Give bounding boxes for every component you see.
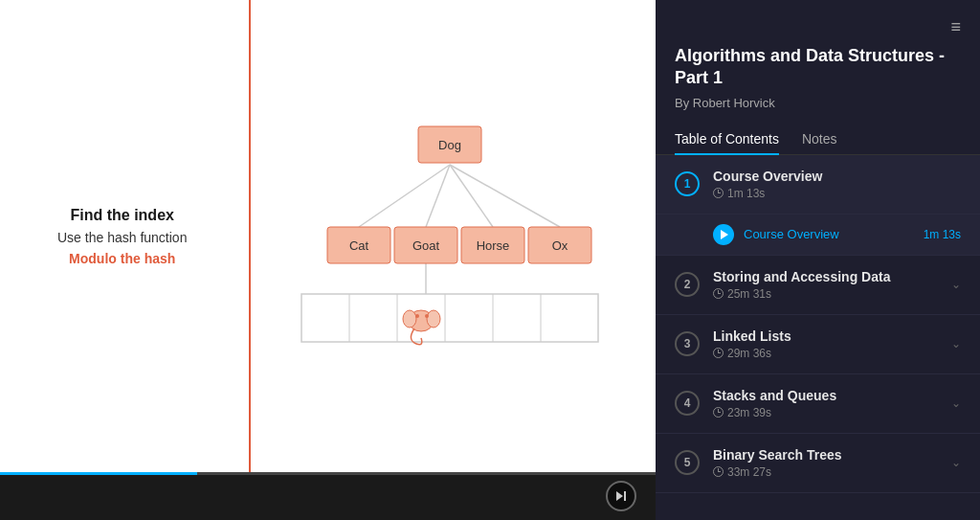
svg-text:Ox: Ox <box>552 238 568 253</box>
section-duration-5: 33m 27s <box>713 465 938 479</box>
slide-content: Find the index Use the hash function Mod… <box>0 0 656 472</box>
svg-point-24 <box>415 314 419 318</box>
clock-icon-4 <box>713 407 724 418</box>
clock-icon-2 <box>713 288 724 299</box>
slide-text-modulo: Modulo the hash <box>57 251 187 266</box>
course-title: Algorithms and Data Structures - Part 1 <box>675 45 961 90</box>
section-item-2[interactable]: 2 Storing and Accessing Data 25m 31s ⌄ <box>656 256 980 315</box>
section-info-5: Binary Search Trees 33m 27s <box>713 447 938 479</box>
section-info-2: Storing and Accessing Data 25m 31s <box>713 269 938 301</box>
tabs-bar: Table of Contents Notes <box>656 124 980 155</box>
section-number-4: 4 <box>675 391 700 416</box>
slide-text-use-hash: Use the hash function <box>57 230 187 245</box>
svg-text:Dog: Dog <box>438 138 461 152</box>
progress-bar-fill <box>0 472 197 475</box>
section-number-1: 1 <box>675 171 700 196</box>
svg-line-3 <box>450 165 560 227</box>
sub-item-course-overview[interactable]: Course Overview 1m 13s <box>656 215 980 256</box>
video-panel: Find the index Use the hash function Mod… <box>0 0 656 520</box>
section-item-4[interactable]: 4 Stacks and Queues 23m 39s ⌄ <box>656 374 980 434</box>
svg-text:Goat: Goat <box>412 238 440 253</box>
section-title-2: Storing and Accessing Data <box>713 269 938 284</box>
menu-icon-row: ≡ <box>675 17 961 37</box>
menu-icon[interactable]: ≡ <box>950 17 961 37</box>
divider-line <box>249 0 251 472</box>
section-title-3: Linked Lists <box>713 328 938 344</box>
clock-icon-3 <box>713 348 724 358</box>
section-duration-1: 1m 13s <box>713 187 961 200</box>
svg-text:Horse: Horse <box>477 238 510 253</box>
content-list: 1 Course Overview 1m 13s Course Overview… <box>656 155 980 520</box>
section-title-1: Course Overview <box>713 169 961 184</box>
chevron-icon-2: ⌄ <box>951 278 961 291</box>
slide-area: Find the index Use the hash function Mod… <box>0 0 656 472</box>
tab-table-of-contents[interactable]: Table of Contents <box>675 124 779 154</box>
svg-point-25 <box>425 314 429 318</box>
course-author: By Robert Horvick <box>675 96 961 110</box>
slide-text-left: Find the index Use the hash function Mod… <box>57 207 187 266</box>
sub-item-duration: 1m 13s <box>924 228 961 241</box>
tab-notes[interactable]: Notes <box>802 124 837 154</box>
play-triangle-icon <box>721 230 728 239</box>
play-circle-icon <box>713 224 734 245</box>
svg-point-23 <box>427 310 440 328</box>
section-duration-2: 25m 31s <box>713 287 938 301</box>
skip-forward-button[interactable] <box>606 481 636 511</box>
section-info-4: Stacks and Queues 23m 39s <box>713 388 938 419</box>
slide-text-find-index: Find the index <box>57 207 187 224</box>
section-number-5: 5 <box>675 450 700 475</box>
section-duration-4: 23m 39s <box>713 406 938 419</box>
section-info-3: Linked Lists 29m 36s <box>713 328 938 360</box>
video-controls <box>0 472 656 520</box>
svg-point-22 <box>403 310 416 328</box>
section-title-4: Stacks and Queues <box>713 388 938 403</box>
svg-marker-26 <box>616 491 623 501</box>
svg-text:Cat: Cat <box>349 238 369 253</box>
svg-line-1 <box>426 165 450 227</box>
section-item-1[interactable]: 1 Course Overview 1m 13s <box>656 155 980 215</box>
svg-rect-15 <box>301 294 598 342</box>
svg-line-0 <box>359 165 450 227</box>
section-info-1: Course Overview 1m 13s <box>713 169 961 200</box>
section-title-5: Binary Search Trees <box>713 447 938 463</box>
sub-item-title: Course Overview <box>744 227 914 241</box>
tree-diagram: Dog Cat Goat Horse Ox <box>273 102 627 371</box>
svg-line-2 <box>450 165 493 227</box>
clock-icon-1 <box>713 188 724 198</box>
right-header: ≡ Algorithms and Data Structures - Part … <box>656 0 980 124</box>
section-number-3: 3 <box>675 331 700 356</box>
section-item-3[interactable]: 3 Linked Lists 29m 36s ⌄ <box>656 315 980 374</box>
section-number-2: 2 <box>675 272 700 297</box>
progress-bar-container[interactable] <box>0 472 656 475</box>
chevron-icon-4: ⌄ <box>951 396 961 410</box>
chevron-icon-5: ⌄ <box>951 456 961 469</box>
svg-rect-27 <box>624 491 626 501</box>
right-panel: ≡ Algorithms and Data Structures - Part … <box>656 0 980 520</box>
section-item-5[interactable]: 5 Binary Search Trees 33m 27s ⌄ <box>656 434 980 493</box>
chevron-icon-3: ⌄ <box>951 337 961 350</box>
clock-icon-5 <box>713 466 724 477</box>
section-duration-3: 29m 36s <box>713 347 938 360</box>
